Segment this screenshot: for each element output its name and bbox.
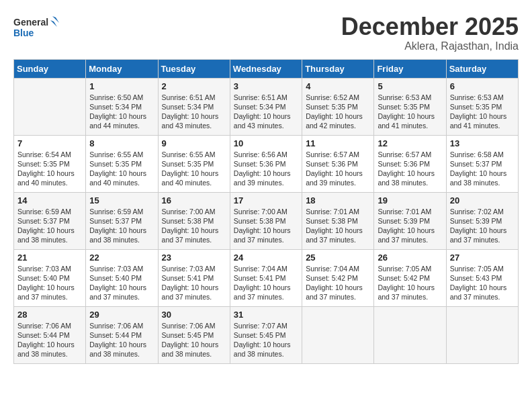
week-row-5: 28Sunrise: 7:06 AM Sunset: 5:44 PM Dayli… <box>14 306 519 363</box>
day-number: 21 <box>17 253 82 263</box>
day-cell: 10Sunrise: 6:56 AM Sunset: 5:36 PM Dayli… <box>230 135 302 192</box>
day-cell: 30Sunrise: 7:06 AM Sunset: 5:45 PM Dayli… <box>158 306 230 363</box>
day-info: Sunrise: 6:56 AM Sunset: 5:36 PM Dayligh… <box>234 150 298 188</box>
col-header-saturday: Saturday <box>446 59 518 78</box>
day-info: Sunrise: 6:53 AM Sunset: 5:35 PM Dayligh… <box>378 93 442 131</box>
day-info: Sunrise: 7:01 AM Sunset: 5:39 PM Dayligh… <box>378 207 442 245</box>
day-number: 19 <box>378 195 442 205</box>
page-header: GeneralBlue December 2025 Aklera, Rajast… <box>13 13 519 52</box>
day-info: Sunrise: 7:00 AM Sunset: 5:38 PM Dayligh… <box>162 207 226 245</box>
day-number: 31 <box>234 310 298 320</box>
week-row-4: 21Sunrise: 7:03 AM Sunset: 5:40 PM Dayli… <box>14 249 519 306</box>
day-info: Sunrise: 7:05 AM Sunset: 5:42 PM Dayligh… <box>378 264 442 302</box>
day-cell <box>446 306 518 363</box>
day-cell: 14Sunrise: 6:59 AM Sunset: 5:37 PM Dayli… <box>14 192 86 249</box>
day-number: 8 <box>89 138 154 148</box>
day-info: Sunrise: 6:52 AM Sunset: 5:35 PM Dayligh… <box>306 93 370 131</box>
title-block: December 2025 Aklera, Rajasthan, India <box>341 13 519 52</box>
day-number: 28 <box>17 310 82 320</box>
day-number: 13 <box>450 138 515 148</box>
day-number: 3 <box>234 81 298 91</box>
day-info: Sunrise: 6:57 AM Sunset: 5:36 PM Dayligh… <box>306 150 370 188</box>
day-info: Sunrise: 7:07 AM Sunset: 5:45 PM Dayligh… <box>234 321 298 359</box>
day-number: 23 <box>162 253 226 263</box>
day-cell: 11Sunrise: 6:57 AM Sunset: 5:36 PM Dayli… <box>302 135 374 192</box>
day-cell <box>14 78 86 135</box>
day-number: 20 <box>450 195 515 205</box>
location-subtitle: Aklera, Rajasthan, India <box>341 40 519 52</box>
day-number: 15 <box>89 195 154 205</box>
day-cell: 9Sunrise: 6:55 AM Sunset: 5:35 PM Daylig… <box>158 135 230 192</box>
day-cell: 3Sunrise: 6:51 AM Sunset: 5:34 PM Daylig… <box>230 78 302 135</box>
svg-text:Blue: Blue <box>13 28 34 38</box>
week-row-1: 1Sunrise: 6:50 AM Sunset: 5:34 PM Daylig… <box>14 78 519 135</box>
day-cell: 31Sunrise: 7:07 AM Sunset: 5:45 PM Dayli… <box>230 306 302 363</box>
day-number: 25 <box>306 253 370 263</box>
day-info: Sunrise: 6:53 AM Sunset: 5:35 PM Dayligh… <box>450 93 515 131</box>
day-info: Sunrise: 6:55 AM Sunset: 5:35 PM Dayligh… <box>162 150 226 188</box>
day-cell: 24Sunrise: 7:04 AM Sunset: 5:41 PM Dayli… <box>230 249 302 306</box>
week-row-3: 14Sunrise: 6:59 AM Sunset: 5:37 PM Dayli… <box>14 192 519 249</box>
day-cell: 8Sunrise: 6:55 AM Sunset: 5:35 PM Daylig… <box>86 135 158 192</box>
day-number: 26 <box>378 253 442 263</box>
day-number: 27 <box>450 253 515 263</box>
day-cell: 29Sunrise: 7:06 AM Sunset: 5:44 PM Dayli… <box>86 306 158 363</box>
day-cell: 6Sunrise: 6:53 AM Sunset: 5:35 PM Daylig… <box>446 78 518 135</box>
day-info: Sunrise: 6:50 AM Sunset: 5:34 PM Dayligh… <box>89 93 154 131</box>
day-info: Sunrise: 7:00 AM Sunset: 5:38 PM Dayligh… <box>234 207 298 245</box>
day-number: 11 <box>306 138 370 148</box>
col-header-wednesday: Wednesday <box>230 59 302 78</box>
day-number: 29 <box>89 310 154 320</box>
day-cell <box>374 306 446 363</box>
day-info: Sunrise: 6:58 AM Sunset: 5:37 PM Dayligh… <box>450 150 515 188</box>
day-cell: 13Sunrise: 6:58 AM Sunset: 5:37 PM Dayli… <box>446 135 518 192</box>
col-header-thursday: Thursday <box>302 59 374 78</box>
day-info: Sunrise: 7:04 AM Sunset: 5:42 PM Dayligh… <box>306 264 370 302</box>
day-number: 1 <box>89 81 154 91</box>
day-cell: 19Sunrise: 7:01 AM Sunset: 5:39 PM Dayli… <box>374 192 446 249</box>
day-number: 12 <box>378 138 442 148</box>
day-number: 16 <box>162 195 226 205</box>
day-number: 30 <box>162 310 226 320</box>
day-number: 18 <box>306 195 370 205</box>
month-title: December 2025 <box>341 13 519 40</box>
day-cell: 23Sunrise: 7:03 AM Sunset: 5:41 PM Dayli… <box>158 249 230 306</box>
day-cell: 2Sunrise: 6:51 AM Sunset: 5:34 PM Daylig… <box>158 78 230 135</box>
day-number: 24 <box>234 253 298 263</box>
col-header-tuesday: Tuesday <box>158 59 230 78</box>
day-cell: 4Sunrise: 6:52 AM Sunset: 5:35 PM Daylig… <box>302 78 374 135</box>
day-cell <box>302 306 374 363</box>
day-cell: 27Sunrise: 7:05 AM Sunset: 5:43 PM Dayli… <box>446 249 518 306</box>
day-info: Sunrise: 7:01 AM Sunset: 5:38 PM Dayligh… <box>306 207 370 245</box>
day-number: 22 <box>89 253 154 263</box>
day-cell: 5Sunrise: 6:53 AM Sunset: 5:35 PM Daylig… <box>374 78 446 135</box>
col-header-friday: Friday <box>374 59 446 78</box>
day-cell: 7Sunrise: 6:54 AM Sunset: 5:35 PM Daylig… <box>14 135 86 192</box>
day-info: Sunrise: 6:51 AM Sunset: 5:34 PM Dayligh… <box>162 93 226 131</box>
day-number: 2 <box>162 81 226 91</box>
col-header-monday: Monday <box>86 59 158 78</box>
day-info: Sunrise: 7:02 AM Sunset: 5:39 PM Dayligh… <box>450 207 515 245</box>
calendar-table: SundayMondayTuesdayWednesdayThursdayFrid… <box>13 59 519 364</box>
day-number: 4 <box>306 81 370 91</box>
col-header-sunday: Sunday <box>14 59 86 78</box>
day-cell: 15Sunrise: 6:59 AM Sunset: 5:37 PM Dayli… <box>86 192 158 249</box>
svg-marker-3 <box>50 20 57 27</box>
day-cell: 16Sunrise: 7:00 AM Sunset: 5:38 PM Dayli… <box>158 192 230 249</box>
header-row: SundayMondayTuesdayWednesdayThursdayFrid… <box>14 59 519 78</box>
day-info: Sunrise: 7:06 AM Sunset: 5:44 PM Dayligh… <box>89 321 154 359</box>
day-number: 7 <box>17 138 82 148</box>
svg-text:General: General <box>13 17 48 28</box>
day-number: 17 <box>234 195 298 205</box>
day-info: Sunrise: 6:55 AM Sunset: 5:35 PM Dayligh… <box>89 150 154 188</box>
day-cell: 20Sunrise: 7:02 AM Sunset: 5:39 PM Dayli… <box>446 192 518 249</box>
day-cell: 1Sunrise: 6:50 AM Sunset: 5:34 PM Daylig… <box>86 78 158 135</box>
day-cell: 26Sunrise: 7:05 AM Sunset: 5:42 PM Dayli… <box>374 249 446 306</box>
day-cell: 21Sunrise: 7:03 AM Sunset: 5:40 PM Dayli… <box>14 249 86 306</box>
day-info: Sunrise: 6:51 AM Sunset: 5:34 PM Dayligh… <box>234 93 298 131</box>
day-cell: 22Sunrise: 7:03 AM Sunset: 5:40 PM Dayli… <box>86 249 158 306</box>
day-number: 9 <box>162 138 226 148</box>
logo-svg: GeneralBlue <box>13 13 60 40</box>
day-info: Sunrise: 6:57 AM Sunset: 5:36 PM Dayligh… <box>378 150 442 188</box>
week-row-2: 7Sunrise: 6:54 AM Sunset: 5:35 PM Daylig… <box>14 135 519 192</box>
